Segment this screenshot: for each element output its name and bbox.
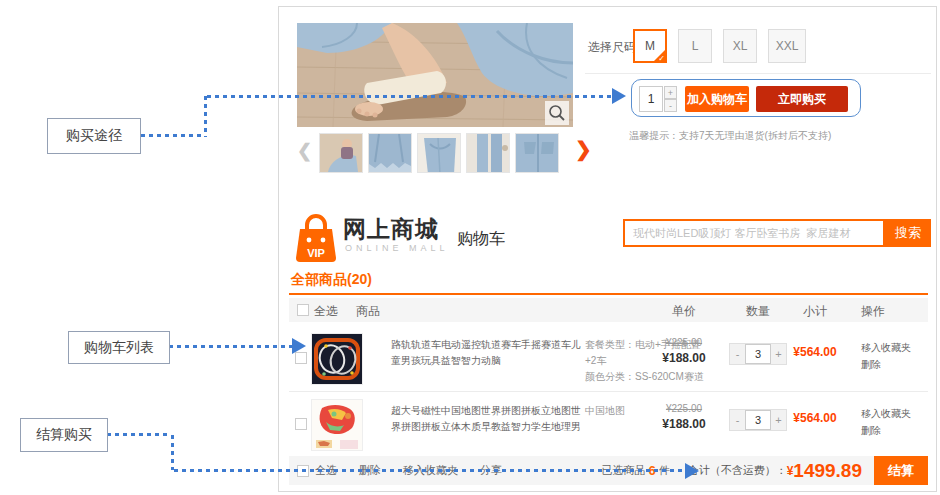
annotation-line-3b bbox=[171, 435, 174, 470]
thumbnail-2[interactable] bbox=[368, 133, 412, 173]
search-button[interactable]: 搜索 bbox=[885, 219, 931, 247]
header-product: 商品 bbox=[356, 303, 380, 320]
row2-subtotal: ¥564.00 bbox=[785, 411, 845, 425]
annotation-line-1a bbox=[141, 134, 205, 137]
row1-quantity-stepper: - + bbox=[729, 343, 787, 365]
add-to-cart-button[interactable]: 加入购物车 bbox=[685, 86, 749, 112]
thumbnail-5[interactable] bbox=[515, 133, 559, 173]
header-select-all: 全选 bbox=[314, 303, 338, 320]
header-quantity: 数量 bbox=[738, 303, 778, 320]
thumbnail-1[interactable] bbox=[319, 133, 363, 173]
row2-current-price: ¥188.00 bbox=[649, 417, 719, 431]
row1-current-price: ¥188.00 bbox=[649, 351, 719, 365]
header-subtotal: 小计 bbox=[795, 303, 835, 320]
row2-qty-input[interactable] bbox=[745, 410, 771, 430]
cart-table-header: 全选 商品 单价 数量 小计 操作 bbox=[289, 298, 928, 322]
select-all-checkbox[interactable] bbox=[297, 304, 309, 316]
row2-actions: 移入收藏夹 删除 bbox=[861, 405, 911, 439]
mall-subtitle: ONLINE MALL bbox=[345, 243, 449, 253]
row2-original-price: ¥225.00 bbox=[649, 403, 719, 414]
search-input[interactable] bbox=[623, 219, 885, 247]
annotation-arrow-3 bbox=[685, 463, 699, 479]
size-chip-l[interactable]: L bbox=[678, 29, 712, 63]
row1-delete[interactable]: 删除 bbox=[861, 356, 911, 373]
row2-qty-increase[interactable]: + bbox=[771, 410, 786, 430]
svg-text:VIP: VIP bbox=[307, 247, 325, 259]
check-icon: ✓ bbox=[658, 54, 665, 63]
row1-product-title[interactable]: 路轨轨道车电动遥控轨道赛车手摇赛道车儿童男孩玩具益智智力动脑 bbox=[391, 337, 581, 369]
row1-spec-line2: 颜色分类：SS-620CM赛道 bbox=[585, 369, 705, 385]
row2-checkbox[interactable] bbox=[295, 418, 307, 430]
china-map-puzzle-image bbox=[312, 400, 362, 450]
row2-quantity-stepper: - + bbox=[729, 409, 787, 431]
row1-qty-input[interactable] bbox=[745, 344, 771, 364]
row1-price-block: ¥225.00 ¥188.00 bbox=[649, 337, 719, 365]
quantity-decrease-button[interactable]: - bbox=[664, 99, 677, 112]
quantity-increase-button[interactable]: + bbox=[664, 86, 677, 99]
shop-card: ❮ ❯ 选择尺码: M ✓ L XL XXL + - bbox=[278, 6, 937, 492]
page-title: 购物车 bbox=[457, 229, 505, 250]
row2-product-title[interactable]: 超大号磁性中国地图世界拼图拼板立地图世界拼图拼板立体木质早教益智力学生地理男 bbox=[391, 403, 581, 435]
buy-now-button[interactable]: 立即购买 bbox=[756, 86, 848, 112]
annotation-line-3c bbox=[174, 469, 686, 472]
size-chip-m[interactable]: M ✓ bbox=[633, 29, 667, 63]
size-chip-xxl-label: XXL bbox=[776, 39, 799, 53]
row1-product-image[interactable] bbox=[311, 333, 363, 385]
mall-name: 网上商城 bbox=[343, 214, 439, 245]
row1-subtotal: ¥564.00 bbox=[785, 345, 845, 359]
cart-row-1: 路轨轨道车电动遥控轨道赛车手摇赛道车儿童男孩玩具益智智力动脑 套餐类型：电动+手… bbox=[289, 327, 928, 392]
mall-logo[interactable]: VIP bbox=[293, 213, 339, 267]
annotation-arrow-1 bbox=[612, 88, 626, 104]
row1-qty-increase[interactable]: + bbox=[771, 344, 786, 364]
tab-all-products[interactable]: 全部商品(20) bbox=[291, 271, 372, 289]
gallery-prev-icon[interactable]: ❮ bbox=[297, 140, 312, 162]
total-currency: ¥ bbox=[787, 464, 794, 478]
thumbnail-3[interactable] bbox=[417, 133, 461, 173]
row1-qty-decrease[interactable]: - bbox=[730, 344, 745, 364]
panel-divider bbox=[585, 73, 931, 74]
size-chip-xl-label: XL bbox=[733, 39, 748, 53]
product-main-image[interactable] bbox=[297, 23, 573, 127]
checkout-button[interactable]: 结算 bbox=[874, 456, 928, 485]
annotation-line-1c bbox=[207, 95, 612, 98]
cart-row-2: 超大号磁性中国地图世界拼图拼板立地图世界拼图拼板立体木质早教益智力学生地理男 中… bbox=[289, 393, 928, 457]
sandal-photo bbox=[297, 23, 573, 127]
row2-delete[interactable]: 删除 bbox=[861, 422, 911, 439]
row2-move-to-favorites[interactable]: 移入收藏夹 bbox=[861, 405, 911, 422]
annotation-arrow-2 bbox=[292, 338, 306, 354]
total-amount: 1499.89 bbox=[793, 460, 862, 482]
return-policy-tip: 温馨提示：支持7天无理由退货(拆封后不支持) bbox=[629, 129, 831, 143]
quantity-input[interactable] bbox=[639, 86, 663, 112]
gallery-next-icon[interactable]: ❯ bbox=[575, 137, 592, 161]
race-track-toy-image bbox=[312, 334, 362, 384]
annotation-line-3a bbox=[107, 433, 171, 436]
thumbnail-4[interactable] bbox=[466, 133, 510, 173]
size-chip-xl[interactable]: XL bbox=[723, 29, 757, 63]
row2-qty-decrease[interactable]: - bbox=[730, 410, 745, 430]
row1-original-price: ¥225.00 bbox=[649, 337, 719, 348]
tab-underline bbox=[289, 293, 928, 295]
annotation-purchase-path: 购买途径 bbox=[47, 118, 141, 154]
annotation-cart-list: 购物车列表 bbox=[68, 331, 170, 364]
size-label: 选择尺码: bbox=[588, 39, 639, 56]
row1-actions: 移入收藏夹 删除 bbox=[861, 339, 911, 373]
vip-bag-icon: VIP bbox=[293, 213, 339, 263]
header-unit-price: 单价 bbox=[664, 303, 704, 320]
header-actions: 操作 bbox=[853, 303, 893, 320]
row2-product-image[interactable] bbox=[311, 399, 363, 451]
annotation-line-1b bbox=[204, 96, 207, 137]
row1-move-to-favorites[interactable]: 移入收藏夹 bbox=[861, 339, 911, 356]
zoom-image-button[interactable] bbox=[545, 101, 569, 125]
size-chip-xxl[interactable]: XXL bbox=[768, 29, 806, 63]
total-label: 合计（不含运费）： bbox=[688, 463, 787, 478]
row2-price-block: ¥225.00 ¥188.00 bbox=[649, 403, 719, 431]
size-chip-l-label: L bbox=[692, 39, 699, 53]
page: ❮ ❯ 选择尺码: M ✓ L XL XXL + - bbox=[0, 0, 940, 495]
magnifier-icon bbox=[548, 104, 566, 122]
annotation-line-2 bbox=[169, 345, 292, 348]
annotation-checkout: 结算购买 bbox=[20, 418, 108, 452]
